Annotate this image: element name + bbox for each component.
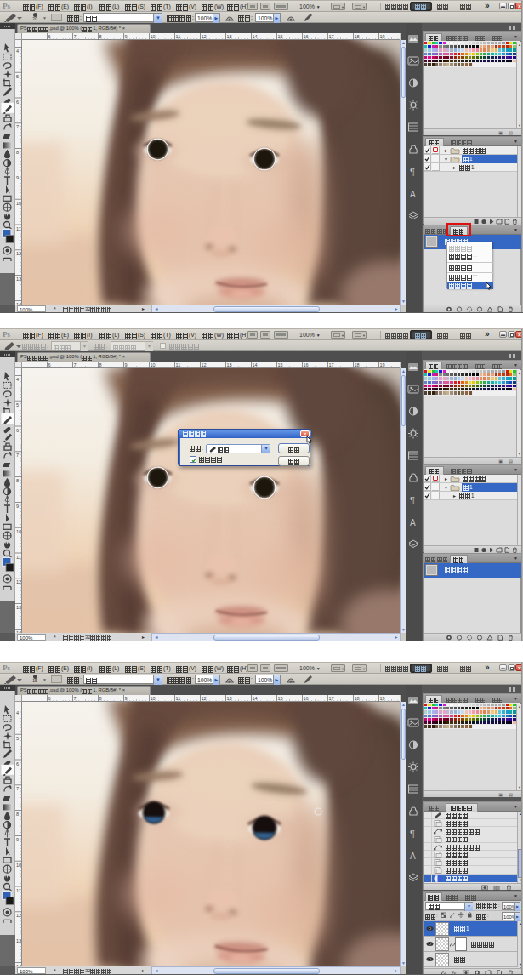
- svg-text:16: 16: [304, 696, 309, 701]
- svg-text:13: 13: [16, 938, 21, 943]
- svg-text:10: 10: [16, 529, 21, 534]
- svg-text:18: 18: [355, 362, 360, 368]
- svg-text:15: 15: [278, 696, 283, 701]
- svg-text:11: 11: [16, 226, 21, 231]
- svg-text:17: 17: [329, 362, 334, 368]
- svg-text:8: 8: [99, 34, 102, 39]
- svg-text:¶: ¶: [410, 167, 415, 177]
- svg-text:12: 12: [16, 913, 21, 918]
- svg-text:6: 6: [16, 428, 19, 433]
- svg-text:8: 8: [16, 150, 19, 155]
- svg-text:7: 7: [74, 362, 77, 368]
- svg-text:8: 8: [16, 478, 19, 483]
- svg-text:4: 4: [16, 710, 19, 715]
- svg-text:14: 14: [253, 696, 258, 701]
- svg-text:4: 4: [16, 377, 19, 382]
- svg-text:9: 9: [125, 696, 128, 701]
- svg-text:19: 19: [380, 34, 385, 39]
- svg-text:4: 4: [16, 48, 19, 54]
- svg-text:17: 17: [329, 34, 334, 39]
- svg-text:13: 13: [227, 696, 232, 701]
- svg-text:9: 9: [16, 175, 19, 180]
- svg-text:¶: ¶: [410, 829, 415, 839]
- svg-text:18: 18: [355, 34, 360, 39]
- svg-text:7: 7: [16, 453, 19, 458]
- svg-text:9: 9: [16, 837, 19, 842]
- svg-text:12: 12: [202, 696, 207, 701]
- svg-text:A: A: [410, 852, 416, 861]
- svg-text:13: 13: [16, 276, 21, 282]
- svg-text:A: A: [410, 518, 416, 527]
- svg-text:16: 16: [304, 34, 309, 39]
- svg-text:8: 8: [16, 812, 19, 817]
- svg-text:12: 12: [16, 579, 21, 584]
- svg-text:16: 16: [304, 362, 309, 368]
- svg-text:A: A: [410, 190, 416, 199]
- svg-text:13: 13: [227, 362, 232, 368]
- svg-text:19: 19: [380, 696, 385, 701]
- svg-text:5: 5: [16, 74, 19, 79]
- svg-text:7: 7: [16, 124, 19, 129]
- svg-text:12: 12: [202, 362, 207, 368]
- svg-text:6: 6: [48, 34, 51, 39]
- svg-text:11: 11: [176, 34, 181, 39]
- svg-text:9: 9: [125, 362, 128, 368]
- svg-text:7: 7: [74, 34, 77, 39]
- svg-text:fx: fx: [452, 971, 458, 975]
- svg-text:17: 17: [329, 696, 334, 701]
- svg-text:14: 14: [253, 34, 258, 39]
- svg-text:8: 8: [99, 696, 102, 701]
- svg-text:19: 19: [380, 362, 385, 368]
- svg-text:11: 11: [176, 696, 181, 701]
- svg-text:11: 11: [176, 362, 181, 368]
- svg-text:12: 12: [16, 251, 21, 256]
- svg-text:10: 10: [16, 863, 21, 868]
- svg-text:11: 11: [16, 888, 21, 893]
- svg-text:6: 6: [16, 761, 19, 766]
- svg-text:10: 10: [16, 201, 21, 206]
- svg-text:13: 13: [16, 605, 21, 610]
- svg-text:7: 7: [16, 786, 19, 791]
- svg-text:10: 10: [151, 34, 156, 39]
- svg-text:13: 13: [227, 34, 232, 39]
- svg-text:8: 8: [99, 362, 102, 368]
- svg-text:18: 18: [355, 696, 360, 701]
- svg-text:12: 12: [202, 34, 207, 39]
- svg-text:15: 15: [278, 362, 283, 368]
- svg-text:6: 6: [48, 362, 51, 368]
- svg-text:15: 15: [278, 34, 283, 39]
- svg-text:9: 9: [16, 504, 19, 509]
- svg-text:5: 5: [16, 402, 19, 407]
- svg-text:14: 14: [253, 362, 258, 368]
- svg-text:6: 6: [48, 696, 51, 701]
- svg-text:10: 10: [151, 696, 156, 701]
- svg-text:6: 6: [16, 100, 19, 105]
- svg-text:9: 9: [125, 34, 128, 39]
- svg-text:11: 11: [16, 555, 21, 560]
- svg-text:7: 7: [74, 696, 77, 701]
- svg-text:¶: ¶: [410, 495, 415, 505]
- svg-text:5: 5: [16, 736, 19, 741]
- svg-text:10: 10: [151, 362, 156, 368]
